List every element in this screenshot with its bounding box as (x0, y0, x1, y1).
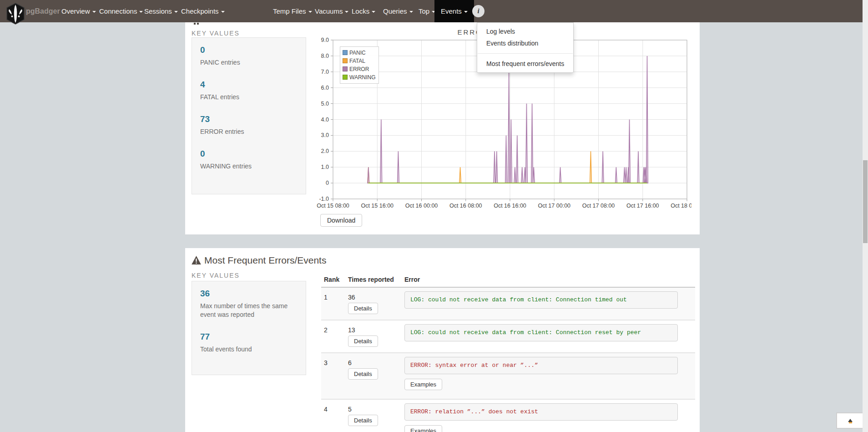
menu-item-most-frequent[interactable]: Most frequent errors/events (477, 58, 573, 70)
warning-entries-stat: 0 WARNING entries (200, 149, 298, 171)
details-button[interactable]: Details (348, 368, 378, 380)
nav-sessions[interactable]: Sessions (144, 0, 178, 22)
key-values-heading-2: KEY VALUES (192, 271, 240, 280)
table-row: 2 13 Details LOG: could not receive data… (321, 320, 695, 353)
pgbadger-logo-icon (5, 3, 25, 25)
error-entries-stat: 73 ERROR entries (200, 114, 298, 136)
fatal-entries-stat: 4 FATAL entries (200, 80, 298, 102)
legend-item-fatal: FATAL (343, 57, 376, 65)
svg-text:1.0: 1.0 (321, 164, 329, 170)
chevron-down-icon (308, 11, 312, 13)
chevron-down-icon (221, 11, 225, 13)
events-dropdown-menu: Log levels Events distribution Most freq… (477, 22, 574, 73)
chevron-down-icon (372, 11, 375, 13)
nav-locks[interactable]: Locks (352, 0, 375, 22)
svg-text:-1.0: -1.0 (319, 196, 329, 202)
key-values-panel-2: 36 Max number of times the same event wa… (192, 281, 306, 375)
nav-temp-files[interactable]: Temp Files (273, 0, 312, 22)
nav-checkpoints[interactable]: Checkpoints (181, 0, 225, 22)
svg-text:0: 0 (326, 180, 329, 186)
chevron-down-icon (345, 11, 348, 13)
error-message: LOG: could not receive data from client:… (404, 291, 678, 309)
svg-text:Oct 16 08:00: Oct 16 08:00 (449, 203, 482, 209)
svg-text:3.0: 3.0 (321, 132, 329, 138)
svg-text:Oct 17 00:00: Oct 17 00:00 (538, 203, 570, 209)
menu-item-log-levels[interactable]: Log levels (477, 25, 573, 37)
max-times-stat: 36 Max number of times the same event wa… (200, 289, 298, 319)
details-button[interactable]: Details (348, 335, 378, 347)
key-values-heading: KEY VALUES (192, 29, 240, 37)
examples-button[interactable]: Examples (404, 379, 442, 390)
warning-triangle-icon (192, 256, 201, 264)
frequent-errors-table: Rank Times reported Error 1 36 Details L… (321, 276, 695, 432)
back-to-top-button[interactable] (836, 412, 863, 429)
warning-count: 0 (200, 149, 298, 159)
svg-text:6.0: 6.0 (321, 85, 329, 91)
nav-overview[interactable]: Overview (61, 0, 96, 22)
nav-queries[interactable]: Queries (383, 0, 413, 22)
svg-text:9.0: 9.0 (321, 37, 329, 43)
scrolled-heading-fragment (194, 23, 200, 25)
col-times: Times reported (348, 276, 394, 283)
info-icon[interactable]: i (472, 5, 484, 17)
svg-text:Oct 15 16:00: Oct 15 16:00 (361, 203, 394, 209)
fatal-swatch-icon (343, 58, 348, 63)
svg-text:2.0: 2.0 (321, 148, 329, 154)
nav-events[interactable]: Events (434, 0, 474, 22)
error-message: LOG: could not receive data from client:… (404, 324, 678, 341)
page-scrollbar[interactable] (863, 0, 868, 432)
nav-top[interactable]: Top (419, 0, 435, 22)
download-button[interactable]: Download (320, 214, 362, 227)
panic-entries-stat: 0 PANIC entries (200, 45, 298, 67)
details-button[interactable]: Details (348, 303, 378, 314)
col-error: Error (404, 276, 420, 283)
svg-text:Oct 17 16:00: Oct 17 16:00 (626, 203, 659, 209)
svg-text:Oct 15 08:00: Oct 15 08:00 (317, 203, 349, 209)
up-arrow-icon (848, 419, 853, 422)
details-button[interactable]: Details (348, 415, 378, 426)
chevron-down-icon (464, 11, 468, 13)
key-values-panel: 0 PANIC entries 4 FATAL entries 73 ERROR… (192, 37, 306, 194)
error-message: ERROR: relation ”...” does not exist (404, 403, 678, 421)
svg-text:7.0: 7.0 (321, 69, 329, 75)
svg-text:Oct 16 00:00: Oct 16 00:00 (405, 203, 438, 209)
chevron-down-icon (139, 11, 143, 13)
brand-pgbadger: pgBadger (26, 0, 60, 22)
scrollbar-thumb[interactable] (863, 160, 868, 243)
svg-text:Oct 17 08:00: Oct 17 08:00 (582, 203, 615, 209)
menu-divider (478, 53, 573, 54)
svg-text:Oct 18 00:00: Oct 18 00:00 (671, 203, 691, 209)
warning-swatch-icon (343, 75, 348, 80)
error-count: 73 (200, 114, 298, 124)
total-events-stat: 77 Total events found (200, 332, 298, 354)
table-row: 1 36 Details LOG: could not receive data… (321, 288, 695, 320)
chart-legend: PANIC FATAL ERROR WARNING (340, 46, 379, 84)
chevron-down-icon (174, 11, 178, 13)
legend-item-error: ERROR (343, 65, 376, 73)
table-row: 3 6 Details ERROR: syntax error at or ne… (321, 353, 695, 400)
panic-count: 0 (200, 45, 298, 55)
menu-item-events-distribution[interactable]: Events distribution (477, 37, 573, 49)
nav-connections[interactable]: Connections (99, 0, 143, 22)
examples-button[interactable]: Examples (404, 425, 442, 432)
svg-text:Oct 16 16:00: Oct 16 16:00 (494, 203, 526, 209)
svg-text:4.0: 4.0 (321, 117, 329, 123)
top-navbar: pgBadger Overview Connections Sessions C… (0, 0, 863, 22)
error-message: ERROR: syntax error at or near ”...” (404, 357, 678, 374)
svg-text:5.0: 5.0 (321, 101, 329, 107)
chevron-down-icon (92, 11, 96, 13)
error-swatch-icon (343, 66, 348, 71)
legend-item-warning: WARNING (343, 73, 376, 81)
nav-vacuums[interactable]: Vacuums (315, 0, 348, 22)
svg-text:8.0: 8.0 (321, 53, 329, 59)
table-row: 4 5 Details ERROR: relation ”...” does n… (321, 400, 695, 432)
legend-item-panic: PANIC (343, 49, 376, 57)
most-frequent-heading: Most Frequent Errors/Events (192, 255, 326, 266)
col-rank: Rank (324, 276, 339, 283)
chevron-down-icon (409, 11, 413, 13)
table-header: Rank Times reported Error (321, 276, 695, 288)
panic-swatch-icon (343, 50, 348, 55)
fatal-count: 4 (200, 80, 298, 90)
